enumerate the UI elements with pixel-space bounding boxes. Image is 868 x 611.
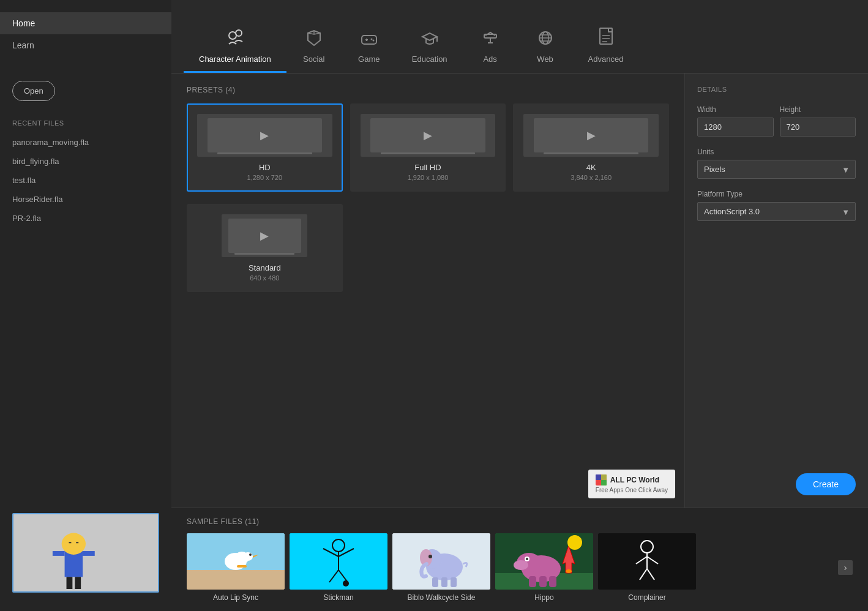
- svg-rect-54: [451, 577, 457, 587]
- tab-ads-label: Ads: [483, 54, 496, 64]
- sample-stickman[interactable]: Stickman: [290, 533, 387, 602]
- sample-name-auto-lip-sync: Auto Lip Sync: [187, 593, 285, 602]
- recent-file-1[interactable]: panorama_moving.fla: [0, 133, 171, 152]
- watermark: ALL PC World Free Apps One Click Away: [588, 470, 675, 498]
- preset-4k-name: 4K: [586, 163, 596, 172]
- svg-rect-53: [441, 577, 447, 587]
- preset-hd-thumb: ▶: [197, 114, 332, 157]
- preset-standard-dims: 640 x 480: [250, 274, 279, 282]
- tab-advanced-label: Advanced: [588, 54, 624, 64]
- preset-4k-thumb: ▶: [523, 114, 659, 157]
- svg-point-67: [567, 535, 582, 550]
- sample-name-hippo: Hippo: [495, 593, 593, 602]
- recent-file-4[interactable]: HorseRider.fla: [0, 190, 171, 209]
- svg-point-61: [526, 558, 528, 560]
- preset-standard-thumb: ▶: [222, 214, 307, 257]
- watermark-logo-icon: [596, 474, 607, 485]
- sidebar-item-home[interactable]: Home: [0, 12, 171, 34]
- width-field: Width: [697, 105, 774, 137]
- platform-label: Platform Type: [697, 190, 856, 198]
- sample-name-complainer: Complainer: [598, 593, 696, 602]
- svg-point-66: [566, 569, 572, 573]
- sample-thumb-auto-lip-sync: [187, 533, 285, 590]
- sample-name-stickman: Stickman: [290, 593, 387, 602]
- sidebar-nav: Home Learn: [0, 12, 171, 56]
- preset-hd-dims: 1,280 x 720: [247, 174, 283, 181]
- recent-file-2[interactable]: bird_flying.fla: [0, 152, 171, 171]
- units-field: Units Pixels Inches Centimeters Millimet…: [697, 148, 856, 179]
- character-animation-icon: [225, 29, 245, 51]
- sample-scroll-right-button[interactable]: ›: [838, 560, 853, 575]
- svg-point-46: [343, 580, 349, 587]
- svg-rect-38: [237, 565, 247, 568]
- tab-social[interactable]: Social: [286, 23, 342, 73]
- details-label: DETAILS: [697, 86, 856, 93]
- sample-complainer[interactable]: Complainer: [598, 533, 696, 602]
- svg-point-59: [514, 560, 528, 570]
- main-area: Character Animation Social: [171, 0, 868, 611]
- svg-rect-52: [432, 577, 438, 587]
- svg-rect-30: [601, 480, 607, 485]
- tab-character-animation-label: Character Animation: [199, 54, 271, 64]
- sidebar-preview: [0, 507, 171, 599]
- units-select[interactable]: Pixels Inches Centimeters Millimeters: [697, 160, 856, 179]
- tab-game[interactable]: Game: [342, 25, 397, 73]
- tab-education-label: Education: [412, 54, 447, 64]
- presets-panel: PRESETS (4) ▶ HD 1,280 x 720: [171, 73, 684, 508]
- svg-rect-63: [539, 576, 547, 587]
- svg-point-37: [249, 553, 252, 556]
- sample-files-label: SAMPLE FILES (11): [187, 517, 853, 526]
- details-panel: DETAILS Width Height Units Pi: [684, 73, 868, 508]
- play-icon-4k: ▶: [587, 129, 596, 142]
- sample-auto-lip-sync[interactable]: Auto Lip Sync: [187, 533, 285, 602]
- units-label: Units: [697, 148, 856, 156]
- tab-social-label: Social: [303, 54, 324, 64]
- dimension-fields: Width Height: [697, 105, 856, 137]
- platform-select-wrapper: ActionScript 3.0 HTML5 Canvas WebGL ▼: [697, 202, 856, 221]
- preset-hd[interactable]: ▶ HD 1,280 x 720: [187, 103, 343, 192]
- main-body: PRESETS (4) ▶ HD 1,280 x 720: [171, 73, 868, 611]
- watermark-title: ALL PC World: [610, 476, 659, 484]
- svg-rect-8: [83, 551, 95, 556]
- platform-field: Platform Type ActionScript 3.0 HTML5 Can…: [697, 190, 856, 221]
- preset-4k-dims: 3,840 x 2,160: [571, 174, 612, 181]
- svg-point-15: [372, 40, 374, 42]
- height-input[interactable]: [780, 118, 856, 137]
- tab-ads[interactable]: Ads: [463, 23, 518, 73]
- content-area: PRESETS (4) ▶ HD 1,280 x 720: [171, 73, 868, 508]
- preset-fullhd-dims: 1,920 x 1,080: [408, 174, 449, 181]
- recent-file-3[interactable]: test.fla: [0, 171, 171, 190]
- sample-name-biblo-walkcycle: Biblo Walkcycle Side: [392, 593, 490, 602]
- svg-rect-6: [75, 577, 81, 589]
- sidebar-item-learn[interactable]: Learn: [0, 34, 171, 56]
- tab-web[interactable]: Web: [518, 23, 573, 73]
- sample-biblo-walkcycle[interactable]: Biblo Walkcycle Side: [392, 533, 490, 602]
- width-input[interactable]: [697, 118, 774, 137]
- svg-point-10: [236, 30, 242, 36]
- sample-hippo[interactable]: Hippo: [495, 533, 593, 602]
- ads-icon: [482, 29, 499, 51]
- preset-standard[interactable]: ▶ Standard 640 x 480: [187, 204, 343, 292]
- units-select-wrapper: Pixels Inches Centimeters Millimeters ▼: [697, 160, 856, 179]
- presets-grid: ▶ HD 1,280 x 720 ▶: [187, 103, 669, 192]
- recent-file-5[interactable]: PR-2.fla: [0, 209, 171, 228]
- preset-fullhd[interactable]: ▶ Full HD 1,920 x 1,080: [350, 103, 506, 192]
- preset-fullhd-name: Full HD: [414, 163, 441, 172]
- svg-point-51: [428, 555, 432, 558]
- platform-select[interactable]: ActionScript 3.0 HTML5 Canvas WebGL: [697, 202, 856, 221]
- sample-thumb-stickman: [290, 533, 387, 590]
- open-button[interactable]: Open: [12, 81, 55, 101]
- tab-education[interactable]: Education: [397, 23, 463, 73]
- web-icon: [537, 29, 554, 51]
- height-field: Height: [780, 105, 856, 137]
- create-button[interactable]: Create: [796, 473, 856, 495]
- advanced-icon: [597, 27, 615, 51]
- sample-files-list: Auto Lip Sync: [187, 533, 835, 602]
- tab-character-animation[interactable]: Character Animation: [184, 23, 286, 73]
- preset-4k[interactable]: ▶ 4K 3,840 x 2,160: [513, 103, 669, 192]
- sample-thumb-hippo: [495, 533, 593, 590]
- sidebar: Home Learn Open RECENT FILES panorama_mo…: [0, 0, 171, 611]
- svg-point-2: [62, 533, 86, 555]
- svg-rect-11: [362, 36, 376, 44]
- tab-advanced[interactable]: Advanced: [573, 21, 639, 73]
